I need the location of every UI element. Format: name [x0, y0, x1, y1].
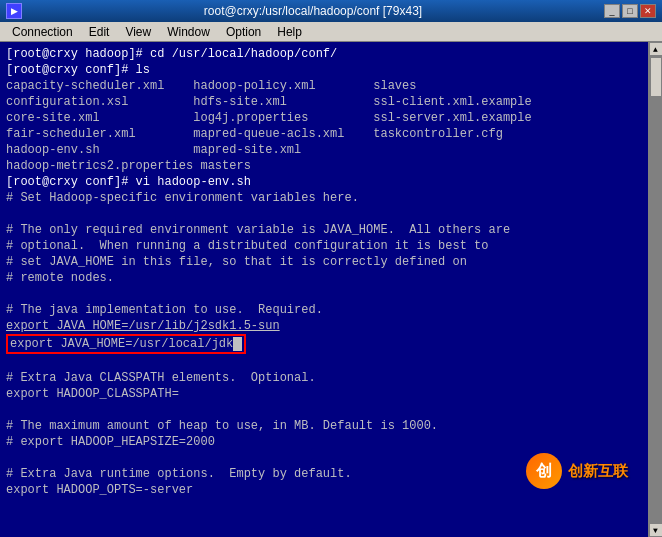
terminal-line-underline: export JAVA_HOME=/usr/lib/j2sdk1.5-sun: [6, 318, 642, 334]
titlebar: ▶ root@crxy:/usr/local/hadoop/conf [79x4…: [0, 0, 662, 22]
terminal-line: # The maximum amount of heap to use, in …: [6, 418, 642, 434]
terminal-line: # The java implementation to use. Requir…: [6, 302, 642, 318]
terminal-line: [6, 354, 642, 370]
scroll-down-button[interactable]: ▼: [649, 523, 663, 537]
close-button[interactable]: ✕: [640, 4, 656, 18]
titlebar-title: root@crxy:/usr/local/hadoop/conf [79x43]: [22, 4, 604, 18]
terminal-line: [root@crxy conf]# vi hadoop-env.sh: [6, 174, 642, 190]
terminal-line: hadoop-metrics2.properties masters: [6, 158, 642, 174]
terminal-line: # set JAVA_HOME in this file, so that it…: [6, 254, 642, 270]
terminal-wrapper: [root@crxy hadoop]# cd /usr/local/hadoop…: [0, 42, 662, 537]
watermark-company: 创新互联: [568, 463, 628, 479]
terminal-cursor: [233, 337, 242, 351]
terminal-line: fair-scheduler.xml mapred-queue-acls.xml…: [6, 126, 642, 142]
terminal[interactable]: [root@crxy hadoop]# cd /usr/local/hadoop…: [0, 42, 648, 497]
watermark-logo-char: 创: [536, 463, 552, 479]
terminal-line: configuration.xsl hdfs-site.xml ssl-clie…: [6, 94, 642, 110]
menu-connection[interactable]: Connection: [4, 24, 81, 40]
terminal-line: core-site.xml log4j.properties ssl-serve…: [6, 110, 642, 126]
terminal-line: export HADOOP_CLASSPATH=: [6, 386, 642, 402]
terminal-edit-line[interactable]: export JAVA_HOME=/usr/local/jdk: [6, 334, 642, 354]
terminal-line: capacity-scheduler.xml hadoop-policy.xml…: [6, 78, 642, 94]
watermark-logo-circle: 创: [526, 453, 562, 489]
watermark: 创 创新互联: [526, 453, 628, 489]
menu-window[interactable]: Window: [159, 24, 218, 40]
menu-option[interactable]: Option: [218, 24, 269, 40]
terminal-line: # remote nodes.: [6, 270, 642, 286]
scroll-thumb[interactable]: [650, 57, 662, 97]
titlebar-controls: _ □ ✕: [604, 4, 656, 18]
scroll-track: [649, 56, 663, 523]
terminal-line: # Set Hadoop-specific environment variab…: [6, 190, 642, 206]
terminal-line: # optional. When running a distributed c…: [6, 238, 642, 254]
titlebar-icon: ▶: [6, 3, 22, 19]
terminal-line: # export HADOOP_HEAPSIZE=2000: [6, 434, 642, 450]
terminal-line: [6, 286, 642, 302]
menu-help[interactable]: Help: [269, 24, 310, 40]
menu-view[interactable]: View: [117, 24, 159, 40]
menubar: Connection Edit View Window Option Help: [0, 22, 662, 42]
terminal-line: [6, 206, 642, 222]
terminal-line: [6, 402, 642, 418]
terminal-line: # Extra Java CLASSPATH elements. Optiona…: [6, 370, 642, 386]
scrollbar[interactable]: ▲ ▼: [648, 42, 662, 537]
terminal-line: [root@crxy hadoop]# cd /usr/local/hadoop…: [6, 46, 642, 62]
scroll-up-button[interactable]: ▲: [649, 42, 663, 56]
menu-edit[interactable]: Edit: [81, 24, 118, 40]
terminal-line: hadoop-env.sh mapred-site.xml: [6, 142, 642, 158]
maximize-button[interactable]: □: [622, 4, 638, 18]
terminal-line: # The only required environment variable…: [6, 222, 642, 238]
terminal-line: [root@crxy conf]# ls: [6, 62, 642, 78]
minimize-button[interactable]: _: [604, 4, 620, 18]
